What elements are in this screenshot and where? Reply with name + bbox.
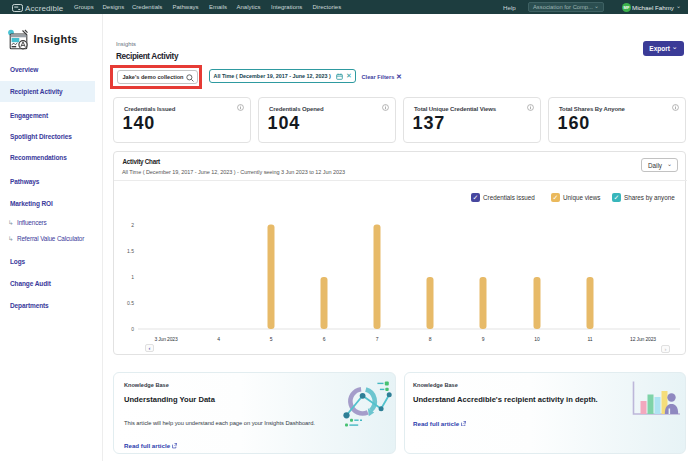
svg-text:0: 0 [131,326,134,332]
svg-text:12 Jun 2023: 12 Jun 2023 [630,336,656,342]
svg-text:2: 2 [131,222,134,228]
svg-text:0.5: 0.5 [127,300,134,306]
svg-text:6: 6 [323,336,326,342]
svg-text:3 Jun 2023: 3 Jun 2023 [154,336,178,342]
svg-text:10: 10 [534,336,540,342]
svg-text:9: 9 [482,336,485,342]
svg-text:8: 8 [429,336,432,342]
svg-text:1.5: 1.5 [127,248,134,254]
svg-text:5: 5 [270,336,273,342]
svg-text:11: 11 [588,336,593,342]
svg-text:1: 1 [131,274,134,280]
svg-text:7: 7 [376,336,379,342]
svg-text:4: 4 [217,336,220,342]
